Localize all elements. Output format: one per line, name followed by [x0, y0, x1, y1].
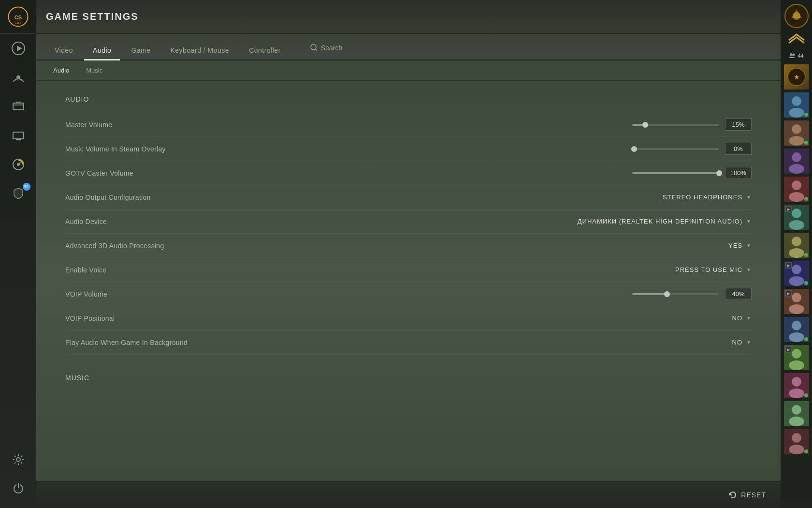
avatar-7-online	[804, 253, 808, 257]
friend-avatar-9[interactable]: ▶	[784, 289, 809, 314]
master-volume-thumb[interactable]	[642, 122, 648, 128]
master-volume-slider-container: 15%	[632, 119, 752, 131]
voip-volume-track[interactable]	[632, 293, 719, 295]
master-volume-control: 15%	[249, 119, 752, 131]
music-volume-overlay-thumb[interactable]	[631, 146, 637, 152]
tab-video[interactable]: Video	[46, 42, 82, 60]
avatar-5-online	[804, 197, 808, 201]
music-section-title: Music	[65, 374, 752, 382]
voip-volume-thumb[interactable]	[664, 291, 670, 297]
advanced-3d-audio-row: Advanced 3D Audio Processing YES ▼	[65, 234, 752, 258]
friend-avatar-7[interactable]	[784, 233, 809, 258]
friend-avatar-4[interactable]	[784, 149, 809, 174]
gotv-caster-volume-fill	[632, 172, 719, 174]
gotv-caster-volume-track[interactable]	[632, 172, 719, 174]
music-volume-overlay-track[interactable]	[632, 148, 719, 150]
friends-count-value: 44	[798, 53, 803, 59]
voip-positional-dropdown[interactable]: NO ▼	[732, 314, 752, 322]
voip-positional-value: NO	[732, 314, 743, 322]
tab-game[interactable]: Game	[122, 42, 159, 60]
advanced-3d-audio-arrow: ▼	[746, 243, 752, 248]
audio-output-config-dropdown[interactable]: STEREO HEADPHONES ▼	[663, 194, 752, 201]
enable-voice-dropdown[interactable]: PRESS TO USE MIC ▼	[675, 266, 752, 273]
gotv-caster-volume-thumb[interactable]	[716, 170, 722, 176]
friend-avatar-6[interactable]: ▶	[784, 205, 809, 230]
nav-tabs: Video Audio Game Keyboard / Mouse Contro…	[36, 34, 781, 60]
master-volume-track[interactable]	[632, 124, 719, 126]
voip-positional-control: NO ▼	[249, 314, 752, 322]
music-volume-overlay-slider-container: 0%	[632, 143, 752, 155]
svg-point-60	[792, 405, 801, 415]
svg-point-14	[790, 53, 793, 56]
tab-keyboard-mouse[interactable]: Keyboard / Mouse	[162, 42, 238, 60]
friend-avatar-2[interactable]	[784, 92, 809, 118]
svg-point-64	[789, 445, 804, 454]
avatar-10-online	[804, 337, 808, 341]
tab-audio[interactable]: Audio	[84, 42, 120, 60]
right-panel: 44 ★ ▶	[781, 0, 812, 508]
svg-point-28	[792, 180, 801, 190]
svg-point-58	[789, 388, 804, 398]
sidebar-play-button[interactable]	[0, 34, 36, 63]
sidebar-shield-icon[interactable]: 51	[0, 179, 36, 208]
music-volume-overlay-label: Music Volume In Steam Overlay	[65, 145, 249, 153]
sidebar-inventory-icon[interactable]	[0, 92, 36, 121]
friend-avatar-14[interactable]	[784, 429, 809, 454]
voip-volume-label: VOIP Volume	[65, 290, 249, 298]
sidebar-stats-icon[interactable]	[0, 150, 36, 179]
friend-avatar-3[interactable]	[784, 120, 809, 146]
svg-point-13	[793, 12, 800, 20]
friend-avatar-8[interactable]: ▶	[784, 261, 809, 286]
reset-button[interactable]: RESET	[728, 491, 766, 499]
svg-point-25	[792, 152, 801, 162]
sidebar-settings-icon[interactable]	[0, 445, 36, 474]
friend-avatar-12[interactable]	[784, 373, 809, 398]
svg-point-45	[789, 304, 804, 314]
sub-tab-audio[interactable]: Audio	[46, 63, 76, 78]
advanced-3d-audio-dropdown[interactable]: YES ▼	[728, 242, 752, 249]
music-volume-overlay-value: 0%	[725, 143, 752, 155]
csgo-logo[interactable]: CS GO	[0, 0, 36, 34]
friend-avatar-11[interactable]: ▶	[784, 345, 809, 370]
audio-output-config-row: Audio Output Configuration STEREO HEADPH…	[65, 185, 752, 209]
svg-point-26	[789, 164, 804, 174]
svg-text:★: ★	[793, 73, 799, 81]
sidebar-tv-icon[interactable]	[0, 121, 36, 150]
play-audio-background-dropdown[interactable]: NO ▼	[732, 339, 752, 346]
audio-device-label: Audio Device	[65, 218, 249, 225]
tab-controller[interactable]: Controller	[240, 42, 290, 60]
voip-positional-row: VOIP Positional NO ▼	[65, 306, 752, 330]
sidebar-broadcast-icon[interactable]	[0, 63, 36, 92]
avatar-8-online	[804, 281, 808, 285]
audio-output-config-label: Audio Output Configuration	[65, 194, 249, 201]
voip-volume-slider-container: 40%	[632, 288, 752, 300]
left-sidebar: CS GO 51	[0, 0, 36, 508]
shield-badge: 51	[23, 183, 30, 191]
reset-label: RESET	[741, 491, 766, 499]
bottom-bar: RESET	[36, 481, 781, 508]
svg-text:CS: CS	[14, 15, 22, 20]
enable-voice-control: PRESS TO USE MIC ▼	[249, 266, 752, 273]
svg-point-10	[16, 458, 20, 462]
svg-point-44	[792, 293, 801, 302]
music-volume-overlay-control: 0%	[249, 143, 752, 155]
audio-device-value: ДИНАМИКИ (REALTEK HIGH DEFINITION AUDIO)	[578, 218, 742, 225]
svg-point-22	[792, 124, 801, 134]
nav-search[interactable]: Search	[302, 39, 351, 57]
friend-avatar-10[interactable]	[784, 317, 809, 342]
svg-point-19	[792, 96, 801, 106]
friend-avatar-13[interactable]	[784, 401, 809, 426]
sidebar-power-icon[interactable]	[0, 474, 36, 503]
avatar-3-online	[804, 141, 808, 145]
voip-positional-arrow: ▼	[746, 315, 752, 321]
audio-device-dropdown[interactable]: ДИНАМИКИ (REALTEK HIGH DEFINITION AUDIO)…	[578, 218, 752, 225]
play-audio-background-arrow: ▼	[746, 340, 752, 345]
sub-tab-music[interactable]: Music	[79, 63, 110, 78]
friend-avatar-1[interactable]: ★	[784, 64, 809, 90]
voip-volume-control: 40%	[249, 288, 752, 300]
gotv-caster-volume-row: GOTV Caster Volume 100%	[65, 161, 752, 185]
friend-avatar-5[interactable]	[784, 177, 809, 202]
gotv-caster-volume-label: GOTV Caster Volume	[65, 169, 249, 177]
svg-point-36	[792, 237, 801, 246]
svg-point-40	[789, 276, 804, 286]
